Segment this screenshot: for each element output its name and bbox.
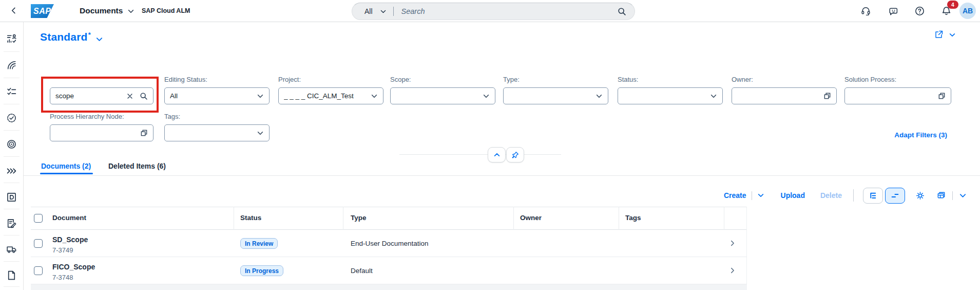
project-select[interactable]: _ _ _ _ CIC_ALM_Test — [278, 87, 383, 104]
filter-label: Scope: — [390, 76, 411, 83]
sidebar-divider — [4, 130, 20, 131]
avatar[interactable]: AB — [959, 3, 976, 19]
sap-logo-text: SAP — [31, 7, 51, 16]
sidebar-divider — [4, 286, 20, 287]
pin-filterbar-button[interactable] — [506, 147, 524, 162]
status-select[interactable] — [618, 87, 723, 104]
tasks-checklist-icon[interactable] — [6, 86, 17, 97]
row-checkbox[interactable] — [34, 239, 43, 248]
tags-select[interactable] — [164, 124, 270, 141]
sidebar-divider — [4, 235, 20, 235]
search-icon[interactable] — [618, 7, 626, 16]
share-chevron-down-icon[interactable] — [949, 31, 956, 39]
table-toolbar: Create Upload Delete — [724, 186, 967, 205]
process-hierarchy-node-input[interactable] — [50, 124, 153, 141]
column-header-tags[interactable]: Tags — [625, 214, 641, 222]
chevron-down-icon — [257, 130, 264, 137]
quality-seal-icon[interactable] — [6, 113, 17, 123]
filter-label: Editing Status: — [164, 76, 207, 83]
support-headset-icon[interactable] — [860, 6, 871, 16]
adapt-filters-link[interactable]: Adapt Filters (3) — [891, 131, 947, 139]
column-header-type[interactable]: Type — [351, 214, 367, 222]
app-title-chevron-down-icon[interactable] — [127, 8, 134, 15]
sidebar-divider — [4, 104, 20, 104]
filter-label: Tags: — [164, 113, 180, 120]
column-divider — [234, 207, 234, 230]
view-title[interactable]: Standard* — [40, 31, 91, 43]
filter-label: Process Hierarchy Node: — [50, 113, 124, 120]
view-title-chevron-down-icon[interactable] — [95, 35, 103, 43]
row-navigate-chevron-right-icon[interactable] — [729, 240, 736, 247]
tab-deleted-items[interactable]: Deleted Items (6) — [108, 162, 166, 170]
edit-document-icon[interactable] — [6, 218, 17, 229]
processes-icon[interactable] — [6, 60, 17, 70]
releases-chevrons-icon[interactable] — [6, 166, 17, 176]
collapse-filterbar-button[interactable] — [488, 147, 506, 162]
delete-button[interactable]: Delete — [820, 191, 842, 200]
filter-label: Project: — [278, 76, 301, 83]
search-scope-select[interactable]: All — [364, 7, 373, 15]
sidebar-divider — [4, 261, 20, 262]
create-menu-chevron-down-icon[interactable] — [757, 192, 764, 199]
help-icon[interactable] — [914, 6, 925, 16]
overview-icon[interactable] — [6, 33, 17, 44]
settings-gear-icon[interactable] — [915, 191, 925, 201]
document-type: End-User Documentation — [351, 240, 429, 247]
chevron-down-icon — [371, 93, 378, 100]
scope-select[interactable] — [390, 87, 495, 104]
toolbar-overflow-chevron-down-icon[interactable] — [959, 192, 967, 200]
search-scope-chevron-down-icon[interactable] — [380, 8, 387, 15]
hierarchy-view-button[interactable] — [863, 188, 883, 204]
type-select[interactable] — [503, 87, 608, 104]
column-header-owner[interactable]: Owner — [520, 214, 542, 222]
global-search[interactable]: All Search — [352, 3, 635, 20]
value-help-icon[interactable] — [823, 92, 831, 100]
back-icon[interactable] — [10, 7, 17, 14]
deployment-truck-icon[interactable] — [6, 244, 17, 255]
upload-button[interactable]: Upload — [781, 191, 805, 200]
export-spreadsheet-icon[interactable] — [936, 191, 946, 201]
create-button[interactable]: Create — [724, 191, 746, 200]
chevron-down-icon — [710, 93, 717, 100]
feedback-icon[interactable] — [888, 6, 898, 16]
column-header-document[interactable]: Document — [52, 214, 86, 222]
page-icon[interactable] — [6, 270, 17, 281]
document-name[interactable]: FICO_Scope — [52, 263, 95, 271]
document-search-input[interactable]: scope — [50, 87, 153, 104]
flat-list-view-icon — [891, 191, 899, 200]
split-button-divider — [752, 191, 752, 200]
value-help-icon[interactable] — [938, 92, 946, 100]
toolbar-divider — [853, 189, 854, 202]
search-input[interactable]: Search — [401, 7, 425, 15]
share-icon[interactable] — [934, 30, 944, 39]
row-navigate-chevron-right-icon[interactable] — [729, 267, 736, 274]
document-name[interactable]: SD_Scope — [52, 235, 88, 244]
tab-documents[interactable]: Documents (2) — [41, 162, 91, 170]
clear-icon[interactable] — [126, 93, 133, 100]
chevron-down-icon — [483, 93, 490, 100]
column-divider — [619, 207, 619, 230]
search-icon[interactable] — [140, 92, 148, 100]
documents-icon[interactable] — [6, 192, 17, 203]
owner-input[interactable] — [732, 87, 837, 104]
pin-icon — [511, 151, 519, 159]
select-all-checkbox[interactable] — [34, 214, 43, 223]
sidebar-divider — [4, 78, 20, 78]
app-title[interactable]: Documents — [80, 6, 123, 15]
sap-logo[interactable]: SAP — [31, 4, 54, 18]
solution-process-input[interactable] — [844, 87, 951, 104]
target-icon[interactable] — [6, 139, 17, 150]
column-header-status[interactable]: Status — [240, 214, 261, 222]
notification-count-badge: 4 — [947, 1, 958, 9]
chevron-up-icon — [493, 151, 501, 158]
search-divider — [393, 7, 394, 16]
editing-status-select[interactable]: All — [164, 87, 270, 104]
table-footer-strip — [31, 284, 747, 290]
value-help-icon[interactable] — [140, 129, 148, 137]
sidebar-divider — [4, 183, 20, 183]
flat-list-view-button[interactable] — [885, 188, 905, 204]
row-checkbox[interactable] — [34, 266, 43, 275]
product-name: SAP Cloud ALM — [142, 7, 190, 14]
filterbar-divider — [399, 154, 561, 155]
filter-label: Status: — [618, 76, 638, 83]
